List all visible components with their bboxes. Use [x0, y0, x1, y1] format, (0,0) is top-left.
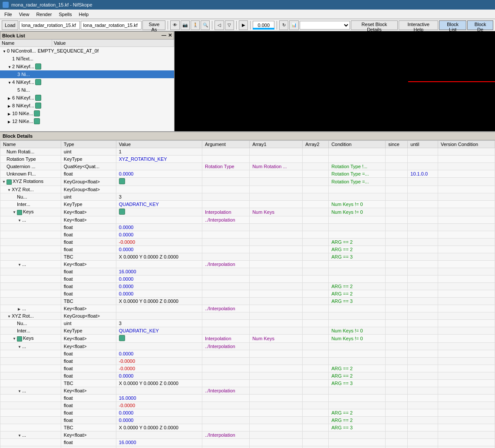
- cell-value[interactable]: 0.0000: [116, 231, 202, 239]
- cell-value[interactable]: 0.0000: [116, 224, 202, 231]
- table-row[interactable]: ▼...Key<float>../Interpolation: [0, 431, 495, 439]
- menu-help[interactable]: Help: [75, 11, 92, 18]
- cell-value[interactable]: [116, 216, 202, 224]
- expand-8[interactable]: [8, 103, 12, 108]
- table-row[interactable]: float0.0000ARG == 2: [0, 246, 495, 253]
- table-row[interactable]: ▼...Key<float>../Interpolation: [0, 261, 495, 268]
- toolbar-select[interactable]: [300, 21, 350, 30]
- table-row[interactable]: TBCX 0.0000 Y 0.0000 Z 0.0000ARG == 3: [0, 380, 495, 387]
- toolbar-icon-left[interactable]: ◁: [214, 20, 224, 30]
- cell-value[interactable]: X 0.0000 Y 0.0000 Z 0.0000: [116, 380, 202, 387]
- table-row[interactable]: float16.0000: [0, 439, 495, 446]
- expand-4[interactable]: [8, 80, 12, 85]
- file-input-2[interactable]: [81, 21, 142, 30]
- toolbar-icon-glasses[interactable]: 👁: [170, 20, 179, 30]
- file-input-1[interactable]: [19, 21, 80, 30]
- table-row[interactable]: Quaternion ...QuatKey<Quat...Rotation Ty…: [0, 163, 495, 170]
- cell-value[interactable]: X 0.0000 Y 0.0000 Z 0.0000: [116, 298, 202, 305]
- cell-value[interactable]: 0.0000: [116, 446, 202, 448]
- cell-value[interactable]: 0.0000: [116, 290, 202, 298]
- table-row[interactable]: ▼KeysKey<float>InterpolationNum KeysNum …: [0, 335, 495, 343]
- cell-value[interactable]: [116, 431, 202, 439]
- table-row[interactable]: Inter...KeyTypeQUADRATIC_KEYNum Keys != …: [0, 327, 495, 335]
- toolbar-icon-refresh[interactable]: ↻: [279, 20, 288, 30]
- cell-value[interactable]: X 0.0000 Y 0.0000 Z 0.0000: [116, 424, 202, 431]
- tree-row-1[interactable]: 1 NiText...: [0, 55, 174, 63]
- menu-view[interactable]: View: [16, 11, 33, 18]
- expand-2[interactable]: [8, 64, 12, 69]
- expand-6[interactable]: [8, 95, 12, 100]
- cell-value[interactable]: [116, 163, 202, 170]
- cell-value[interactable]: 0.0000: [116, 283, 202, 290]
- interactive-help-button[interactable]: Interactive Help: [399, 20, 438, 30]
- cell-value[interactable]: 0.0000: [116, 409, 202, 417]
- expand-12[interactable]: [8, 119, 12, 124]
- menu-render[interactable]: Render: [33, 11, 55, 18]
- panel-collapse-btn[interactable]: —: [162, 33, 166, 38]
- table-row[interactable]: ▼...Key<float>../Interpolation: [0, 387, 495, 395]
- cell-value[interactable]: 0.0000: [116, 246, 202, 253]
- expand-10[interactable]: [8, 111, 12, 116]
- toolbar-icon-play[interactable]: ▶: [239, 20, 248, 30]
- cell-value[interactable]: [116, 312, 202, 320]
- cell-value[interactable]: 1: [116, 148, 202, 156]
- cell-value[interactable]: -0.0000: [116, 402, 202, 409]
- table-row[interactable]: float0.0000ARG == 2: [0, 283, 495, 290]
- table-row[interactable]: float0.0000: [0, 231, 495, 239]
- details-table-wrap[interactable]: Name Type Value Argument Array1 Array2 C…: [0, 140, 495, 448]
- table-row[interactable]: ▼XYZ Rot...KeyGroup<float>: [0, 312, 495, 320]
- table-row[interactable]: ▼XYZ Rot...KeyGroup<float>: [0, 186, 495, 193]
- cell-value[interactable]: [116, 186, 202, 193]
- cell-value[interactable]: 0.0000: [116, 170, 202, 178]
- table-row[interactable]: float-0.0000: [0, 358, 495, 365]
- table-row[interactable]: float-0.0000ARG == 2: [0, 239, 495, 246]
- cell-value[interactable]: 16.0000: [116, 439, 202, 446]
- tree-row-0[interactable]: 0 NiControll... EMPTY_SEQUENCE_AT_0f: [0, 47, 174, 55]
- panel-close-btn[interactable]: ✕: [168, 33, 172, 38]
- cell-value[interactable]: 0.0000: [116, 417, 202, 424]
- toolbar-icon-down[interactable]: ▽: [225, 20, 234, 30]
- table-row[interactable]: float-0.0000ARG == 2: [0, 365, 495, 372]
- tree-row-4[interactable]: 4 NiKeyf...: [0, 78, 174, 86]
- tree-row-12[interactable]: 12 NiKe...: [0, 117, 174, 125]
- tree-row-5[interactable]: 5 Ni...: [0, 86, 174, 94]
- table-row[interactable]: Nu...uint3: [0, 193, 495, 201]
- table-row[interactable]: Inter...KeyTypeQUADRATIC_KEYNum Keys != …: [0, 201, 495, 208]
- cell-value[interactable]: [116, 387, 202, 395]
- block-details-button[interactable]: Block De: [467, 20, 493, 30]
- cell-value[interactable]: -0.0000: [116, 358, 202, 365]
- cell-value[interactable]: [116, 305, 202, 312]
- table-row[interactable]: float0.0000ARG == 2: [0, 290, 495, 298]
- table-row[interactable]: ▼...Key<float>../Interpolation: [0, 343, 495, 350]
- cell-value[interactable]: -0.0000: [116, 365, 202, 372]
- toolbar-icon-camera[interactable]: 📷: [181, 20, 190, 30]
- cell-value[interactable]: 16.0000: [116, 395, 202, 402]
- tree-body[interactable]: 0 NiControll... EMPTY_SEQUENCE_AT_0f 1 N…: [0, 47, 174, 131]
- table-row[interactable]: TBCX 0.0000 Y 0.0000 Z 0.0000ARG == 3: [0, 298, 495, 305]
- cell-value[interactable]: 0.0000: [116, 275, 202, 283]
- table-row[interactable]: float0.0000: [0, 350, 495, 358]
- cell-value[interactable]: [116, 208, 202, 216]
- table-row[interactable]: float0.0000ARG == 2: [0, 417, 495, 424]
- cell-value[interactable]: 16.0000: [116, 268, 202, 275]
- table-row[interactable]: float16.0000: [0, 395, 495, 402]
- reset-block-details-button[interactable]: Reset Block Details: [351, 20, 398, 30]
- table-row[interactable]: ▶...Key<float>../Interpolation: [0, 305, 495, 312]
- table-row[interactable]: TBCX 0.0000 Y 0.0000 Z 0.0000ARG == 3: [0, 424, 495, 431]
- table-row[interactable]: Num Rotati...uint1: [0, 148, 495, 156]
- block-list-button[interactable]: Block List: [439, 20, 466, 30]
- toolbar-icon-walk[interactable]: 🚶: [191, 20, 200, 30]
- toolbar-icon-chart[interactable]: 📊: [289, 20, 298, 30]
- menu-file[interactable]: File: [1, 11, 16, 18]
- tree-row-6[interactable]: 6 NiKeyf...: [0, 94, 174, 102]
- cell-value[interactable]: QUADRATIC_KEY: [116, 201, 202, 208]
- tree-row-2[interactable]: 2 NiKeyf...: [0, 63, 174, 70]
- cell-value[interactable]: [116, 178, 202, 186]
- cell-value[interactable]: [116, 335, 202, 343]
- menu-spells[interactable]: Spells: [55, 11, 75, 18]
- table-row[interactable]: Nu...uint3: [0, 320, 495, 327]
- table-row[interactable]: float0.0000: [0, 224, 495, 231]
- cell-value[interactable]: -0.0000: [116, 239, 202, 246]
- cell-value[interactable]: X 0.0000 Y 0.0000 Z 0.0000: [116, 253, 202, 261]
- table-row[interactable]: float0.0000: [0, 275, 495, 283]
